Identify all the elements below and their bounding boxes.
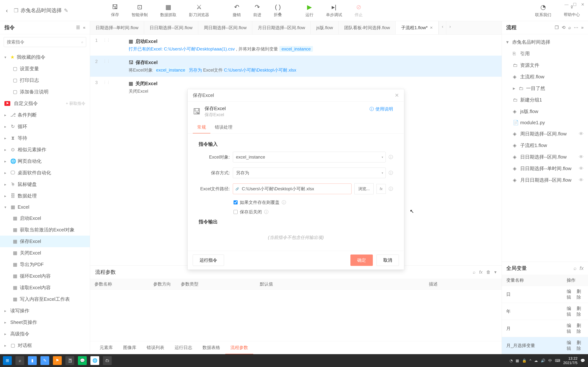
app-icon[interactable]: ✎ — [40, 356, 49, 365]
edit-var-button[interactable]: 编辑 — [567, 288, 574, 300]
global-var-row[interactable]: 月_月选择变量编辑删除 — [502, 337, 588, 354]
tray-icon[interactable]: ◔ — [510, 358, 513, 363]
delete-var-button[interactable]: 删除 — [577, 340, 584, 351]
tray-icon[interactable]: ^ — [530, 359, 531, 363]
tray-icon[interactable]: ▦ — [516, 358, 519, 363]
collapse-button[interactable]: ( )折叠 — [269, 2, 286, 19]
flow-item[interactable]: ◈日日期选择--单时间.flow👁 — [502, 163, 588, 174]
flow-item[interactable]: ◈周日期选择--区间.flow👁 — [502, 128, 588, 140]
tree-item[interactable]: ▦关闭Excel — [0, 247, 90, 259]
search-icon[interactable]: ⌕ — [568, 25, 571, 30]
contact-button[interactable]: ◔联系我们 — [531, 2, 556, 19]
tree-group[interactable]: ▸Sheet页操作 — [0, 317, 90, 328]
global-var-row[interactable]: 月编辑删除 — [502, 320, 588, 337]
tree-group[interactable]: ▸🖵桌面软件自动化 — [0, 167, 90, 179]
file-path-input[interactable] — [233, 184, 352, 194]
modal-close-button[interactable]: ✕ — [395, 92, 399, 98]
tree-group[interactable]: ▸🗄数据处理 (文本、列表、变量...) — [0, 351, 90, 354]
tree-item[interactable]: ▢设置变量 — [0, 63, 90, 75]
browser-button[interactable]: ⚔影刀浏览器 — [184, 2, 214, 19]
flow-item[interactable]: ▸🗀一目了然 — [502, 83, 588, 94]
app-icon[interactable]: ▮ — [28, 356, 37, 365]
drag-handle-icon[interactable]: ⋮⋮ — [103, 80, 110, 84]
tree-group[interactable]: ▸🗄数据处理 — [0, 190, 90, 202]
delete-var-button[interactable]: 删除 — [577, 306, 584, 317]
layers-icon[interactable]: ❐ — [555, 25, 559, 30]
chrome-icon[interactable]: 🌐 — [90, 356, 99, 365]
explorer-icon[interactable]: 🗀 — [103, 356, 112, 365]
collapse-left-icon[interactable]: « — [83, 25, 86, 30]
list-icon[interactable]: ☰ — [76, 25, 80, 30]
global-var-row[interactable]: 日编辑删除 — [502, 286, 588, 303]
bottom-tab[interactable]: 数据表格 — [197, 341, 225, 354]
bottom-tab[interactable]: 运行日志 — [169, 341, 197, 354]
search-taskbar[interactable]: ⌕ — [16, 356, 24, 365]
app-icon[interactable]: ⚑ — [53, 356, 62, 365]
tree-item[interactable]: ▦启动Excel — [0, 212, 90, 224]
flow-item[interactable]: ◈子流程1.flow — [502, 140, 588, 151]
wechat-icon[interactable]: 💬 — [78, 356, 87, 365]
eye-icon[interactable]: 👁 — [579, 166, 584, 171]
minimize-button[interactable]: — — [564, 2, 569, 7]
redo-button[interactable]: ↷前进 — [249, 2, 266, 19]
close-window-button[interactable]: ✕ — [581, 2, 584, 7]
tree-custom[interactable]: ⚑自定义指令+ 获取指令 — [0, 98, 90, 109]
bottom-tab[interactable]: 图像库 — [118, 341, 141, 354]
info-icon[interactable]: ⓘ — [282, 200, 286, 205]
app-icon[interactable]: 📓 — [65, 356, 74, 365]
tray-ime[interactable]: 中 — [548, 358, 552, 363]
trash-icon[interactable]: 🗑 — [486, 270, 491, 275]
tree-item[interactable]: ▦导出为PDF — [0, 259, 90, 270]
flow-item[interactable]: ◈主流程.flow — [502, 71, 588, 83]
close-tab-icon[interactable]: ✕ — [430, 25, 433, 30]
capture-button[interactable]: ▦数据抓取 — [156, 2, 181, 19]
save-button[interactable]: 🖫保存 — [107, 2, 123, 19]
tray-icon[interactable]: ⌨ — [555, 358, 560, 363]
collapse-down-icon[interactable]: ▾ — [494, 270, 496, 275]
tree-item[interactable]: ▦循环Excel内容 — [0, 270, 90, 282]
tree-group[interactable]: ▸⧗等待 — [0, 132, 90, 144]
clock[interactable]: 13:22 2021/7/5 — [563, 356, 578, 365]
tab-prev[interactable]: ‹ — [439, 21, 446, 34]
tree-item[interactable]: ▢添加备注说明 — [0, 86, 90, 98]
tree-favorites[interactable]: ▾★我收藏的指令 — [0, 51, 90, 63]
more-icon[interactable]: ⋯ — [574, 25, 578, 30]
global-var-row[interactable]: 年编辑删除 — [502, 303, 588, 320]
search-icon[interactable]: ⌕ — [81, 40, 83, 44]
delete-var-button[interactable]: 删除 — [577, 288, 584, 300]
record-button[interactable]: ⊡智能录制 — [127, 2, 152, 19]
debug-button[interactable]: ▸|单步调试 — [321, 2, 346, 19]
start-button[interactable]: ⊞ — [3, 356, 12, 365]
search-commands-input[interactable] — [4, 37, 86, 47]
tab-next[interactable]: › — [446, 21, 454, 34]
info-icon[interactable]: ⓘ — [389, 154, 393, 160]
info-icon[interactable]: ⓘ — [264, 209, 268, 215]
fx-button[interactable]: fx — [377, 184, 386, 194]
bottom-tab[interactable]: 错误列表 — [141, 341, 169, 354]
tree-item[interactable]: ▦获取当前激活的Excel对象 — [0, 224, 90, 236]
flow-item[interactable]: ⎘引用 — [502, 48, 588, 59]
tree-item[interactable]: ▦读取Excel内容 — [0, 282, 90, 293]
flow-item[interactable]: ◈月日日期选择--区间.flow👁 — [502, 174, 588, 186]
tab[interactable]: 日日期选择--区间.flow — [144, 21, 198, 34]
tab[interactable]: 周日期选择--区间.flow — [198, 21, 252, 34]
tree-group[interactable]: ▸高级指令 — [0, 328, 90, 340]
maximize-button[interactable]: ☐ — [573, 2, 577, 7]
edit-var-button[interactable]: 编辑 — [567, 340, 574, 351]
search-params-icon[interactable]: ⌕ — [473, 270, 475, 275]
flow-item[interactable]: ◈js版.flow — [502, 106, 588, 117]
tree-item[interactable]: ▦写入内容至Excel工作表 — [0, 293, 90, 305]
flow-item[interactable]: 🗀资源文件 — [502, 59, 588, 71]
tree-group[interactable]: ▸读写操作 — [0, 305, 90, 317]
tree-item[interactable]: ▢打印日志 — [0, 75, 90, 86]
cancel-button[interactable]: 取消 — [377, 255, 399, 266]
back-button[interactable]: ‹ — [4, 7, 10, 14]
fx-icon[interactable]: fx — [579, 265, 584, 271]
info-icon[interactable]: ⓘ — [389, 186, 393, 192]
close-after-save-checkbox[interactable] — [233, 210, 238, 214]
drag-handle-icon[interactable]: ⋮⋮ — [103, 38, 110, 42]
flow-item[interactable]: 🗀新建分组1 — [502, 94, 588, 106]
edit-icon[interactable]: ✎ — [64, 8, 68, 14]
bottom-tab[interactable]: 元素库 — [95, 341, 118, 354]
search-icon[interactable]: ⌕ — [573, 265, 577, 271]
